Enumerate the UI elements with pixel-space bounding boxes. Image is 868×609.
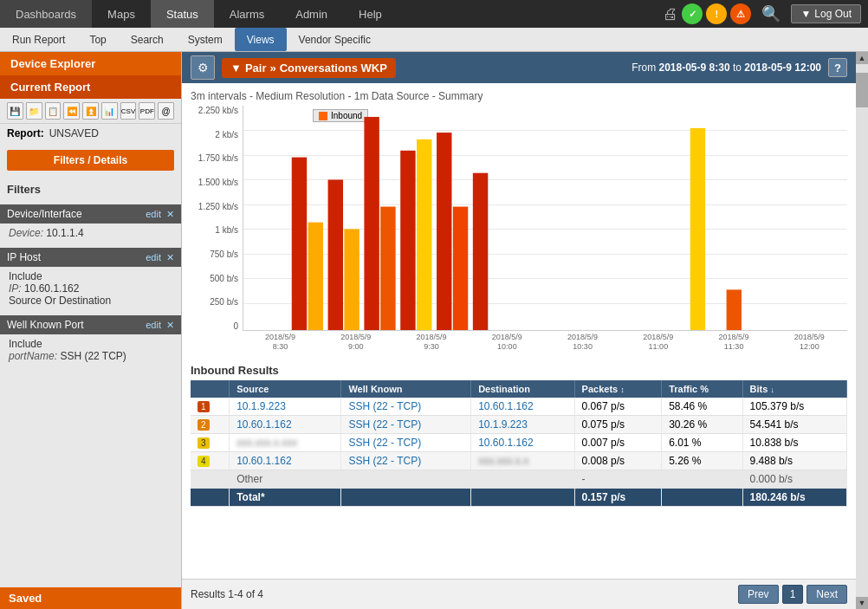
- filter-wkp-close[interactable]: ✕: [166, 320, 174, 331]
- col-header-well-known[interactable]: Well Known: [341, 380, 471, 398]
- toolbar-icon-6[interactable]: 📊: [101, 102, 118, 120]
- row-2-packets: 0.075 p/s: [574, 415, 662, 433]
- table-row: 2 10.60.1.162 SSH (22 - TCP) 10.1.9.223 …: [191, 415, 847, 433]
- other-destination: [471, 470, 574, 488]
- next-button[interactable]: Next: [806, 585, 847, 604]
- row-1-bits: 105.379 b/s: [742, 398, 846, 416]
- nav-help[interactable]: Help: [343, 0, 398, 28]
- search-button[interactable]: 🔍: [755, 4, 787, 23]
- other-traffic: [662, 470, 742, 488]
- nav-views[interactable]: Views: [235, 28, 287, 51]
- status-orange-icon: !: [706, 3, 727, 24]
- status-green-icon: ✓: [682, 3, 703, 24]
- row-2-source[interactable]: 10.60.1.162: [230, 415, 341, 433]
- filter-wkp-port: portName: SSH (22 TCP): [9, 350, 172, 362]
- second-navigation: Run Report Top Search System Views Vendo…: [0, 28, 868, 52]
- help-button[interactable]: ?: [828, 58, 847, 77]
- table-row: 3 xxx.xxx.x.xxx SSH (22 - TCP) 10.60.1.1…: [191, 433, 847, 451]
- prev-button[interactable]: Prev: [738, 585, 779, 604]
- row-4-packets: 0.008 p/s: [574, 451, 662, 470]
- sidebar: Device Explorer Current Report 💾 📁 📋 ⏪ ⏫…: [0, 52, 182, 609]
- filter-wkp-edit[interactable]: edit: [146, 320, 161, 331]
- filter-device-interface-close[interactable]: ✕: [166, 209, 174, 220]
- filter-section-device-interface: Device/Interface edit ✕: [0, 204, 181, 224]
- total-destination: [471, 488, 574, 506]
- row-3-destination[interactable]: 10.60.1.162: [471, 433, 574, 451]
- sidebar-tab-device-explorer[interactable]: Device Explorer: [0, 52, 181, 75]
- col-header-bits[interactable]: Bits ↓: [742, 380, 846, 398]
- row-1-well-known[interactable]: SSH (22 - TCP): [341, 398, 471, 416]
- toolbar-icon-3[interactable]: 📋: [45, 102, 62, 120]
- report-header: ⚙ ▼ Pair » Conversations WKP From 2018-0…: [182, 52, 856, 83]
- toolbar-icon-5[interactable]: ⏫: [82, 102, 99, 120]
- y-label-5: 1.250 kb/s: [198, 202, 238, 211]
- row-1-destination[interactable]: 10.60.1.162: [471, 398, 574, 416]
- table-total-row: Total* 0.157 p/s 180.246 b/s: [191, 488, 847, 506]
- nav-maps[interactable]: Maps: [92, 0, 151, 28]
- nav-status[interactable]: Status: [151, 0, 214, 28]
- bar-3b: [380, 207, 395, 330]
- row-2-well-known[interactable]: SSH (22 - TCP): [341, 415, 471, 433]
- col-header-source[interactable]: Source: [230, 380, 341, 398]
- y-label-3: 1.750 kb/s: [198, 153, 238, 163]
- total-traffic: [662, 488, 742, 506]
- total-label: Total*: [230, 488, 341, 506]
- scroll-up-arrow[interactable]: ▲: [856, 52, 868, 64]
- right-scrollbar: ▲ ▼: [856, 52, 868, 609]
- nav-system[interactable]: System: [176, 28, 235, 51]
- sidebar-tab-current-report[interactable]: Current Report: [0, 75, 181, 99]
- pagination: Results 1-4 of 4 Prev 1 Next: [182, 579, 856, 609]
- x-axis: 2018/5/98:30 2018/5/99:00 2018/5/99:30 2…: [243, 333, 847, 352]
- other-packets: -: [574, 470, 662, 488]
- col-header-packets[interactable]: Packets ↕: [574, 380, 662, 398]
- scroll-thumb[interactable]: [856, 73, 868, 107]
- filter-section-device-interface-title: Device/Interface: [7, 208, 82, 220]
- toolbar-icon-2[interactable]: 📁: [26, 102, 42, 120]
- row-4-well-known[interactable]: SSH (22 - TCP): [341, 451, 471, 470]
- scroll-track[interactable]: [856, 64, 868, 597]
- row-2-destination[interactable]: 10.1.9.223: [471, 415, 574, 433]
- gear-button[interactable]: ⚙: [191, 55, 215, 80]
- nav-run-report[interactable]: Run Report: [0, 28, 77, 51]
- filter-device-interface-edit[interactable]: edit: [146, 209, 161, 220]
- col-header-destination[interactable]: Destination: [471, 380, 574, 398]
- toolbar-icon-csv[interactable]: CSV: [120, 102, 137, 120]
- row-3-source[interactable]: xxx.xxx.x.xxx: [230, 433, 341, 451]
- toolbar-icon-pdf[interactable]: PDF: [139, 102, 155, 120]
- bar-4b: [417, 139, 431, 330]
- row-1-packets: 0.067 p/s: [574, 398, 662, 416]
- nav-admin[interactable]: Admin: [280, 0, 343, 28]
- row-1-source[interactable]: 10.1.9.223: [230, 398, 341, 416]
- filters-details-button[interactable]: Filters / Details: [7, 150, 174, 171]
- chart-title: 3m intervals - Medium Resolution - 1m Da…: [191, 90, 847, 102]
- toolbar-icon-1[interactable]: 💾: [7, 102, 23, 120]
- bar-2a: [328, 179, 343, 330]
- bar-4a: [400, 151, 415, 330]
- pair-report-label[interactable]: ▼ Pair » Conversations WKP: [222, 58, 396, 78]
- filter-ip-host-close[interactable]: ✕: [166, 252, 174, 263]
- scroll-down-arrow[interactable]: ▼: [856, 597, 868, 609]
- toolbar-icon-4[interactable]: ⏪: [63, 102, 80, 120]
- x-label-2: 2018/5/99:30: [394, 333, 470, 352]
- nav-alarms[interactable]: Alarms: [214, 0, 280, 28]
- nav-top[interactable]: Top: [77, 28, 118, 51]
- row-1-num: 1: [191, 398, 230, 416]
- printer-icon[interactable]: 🖨: [663, 5, 678, 23]
- toolbar-icon-email[interactable]: @: [158, 102, 174, 120]
- total-num: [191, 488, 230, 506]
- row-4-source[interactable]: 10.60.1.162: [230, 451, 341, 470]
- nav-vendor-specific[interactable]: Vendor Specific: [287, 28, 383, 51]
- col-header-traffic[interactable]: Traffic %: [662, 380, 742, 398]
- nav-dashboards[interactable]: Dashboards: [0, 0, 92, 28]
- y-label-2: 2 kb/s: [215, 130, 238, 139]
- logout-button[interactable]: ▼ Log Out: [791, 4, 861, 23]
- filter-ip-host-edit[interactable]: edit: [146, 252, 161, 263]
- total-well-known: [341, 488, 471, 506]
- filter-ip-host-content: Include IP: 10.60.1.162 Source Or Destin…: [0, 267, 181, 312]
- row-3-well-known[interactable]: SSH (22 - TCP): [341, 433, 471, 451]
- pair-text: Pair: [245, 62, 267, 75]
- dropdown-arrow-icon: ▼: [800, 8, 811, 20]
- bar-1a: [292, 158, 307, 330]
- nav-search[interactable]: Search: [119, 28, 176, 51]
- row-4-destination[interactable]: xxx.xxx.x.x: [471, 451, 574, 470]
